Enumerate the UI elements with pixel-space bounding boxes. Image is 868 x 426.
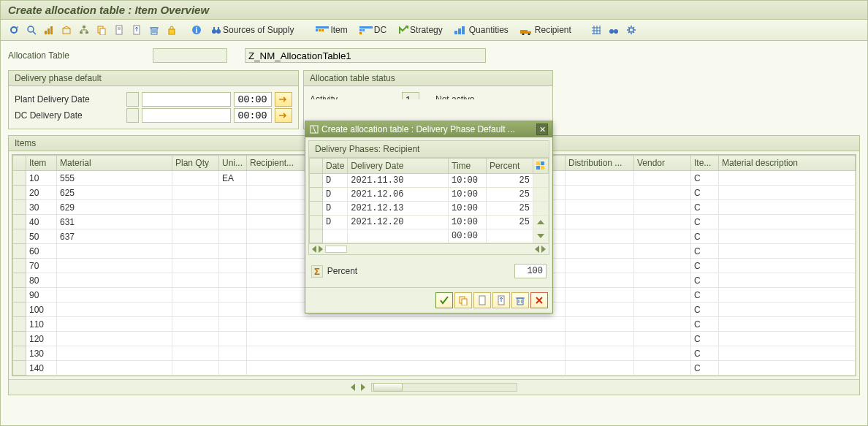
- allocation-table-desc-input[interactable]: [245, 48, 486, 63]
- svg-rect-55: [517, 298, 523, 305]
- svg-rect-8: [80, 31, 83, 34]
- dialog-copy-button[interactable]: [454, 292, 472, 308]
- items-column-header[interactable]: Plan Qty: [172, 156, 219, 171]
- dialog-delete-button[interactable]: [511, 292, 529, 308]
- recipient-label: Recipient: [535, 25, 571, 35]
- svg-rect-38: [462, 26, 465, 34]
- delete-icon[interactable]: [147, 23, 161, 37]
- quantities-icon: [454, 25, 468, 35]
- items-column-header[interactable]: Distribution ...: [566, 156, 634, 171]
- dialog-table-row[interactable]: D2021.11.3010:0025: [310, 174, 549, 188]
- find-icon[interactable]: [24, 23, 39, 37]
- dialog-column-header[interactable]: [310, 159, 323, 174]
- dialog-scroll-left2-icon[interactable]: [535, 246, 539, 253]
- plant-delivery-date-label: Plant Delivery Date: [15, 94, 123, 104]
- dialog-column-header[interactable]: Percent: [487, 159, 533, 174]
- items-scrollbar[interactable]: [371, 383, 517, 392]
- dialog-append-button[interactable]: [492, 292, 510, 308]
- items-scroll-right-icon[interactable]: [361, 384, 365, 391]
- plant-time-input[interactable]: [234, 92, 272, 107]
- hierarchy-icon[interactable]: [77, 23, 91, 37]
- dc-date-details-button[interactable]: [275, 108, 292, 123]
- allocation-table-input[interactable]: [153, 48, 227, 63]
- dc-delivery-date-label: DC Delivery Date: [15, 110, 123, 121]
- dialog-column-header[interactable]: Time: [449, 159, 487, 174]
- binoculars-icon[interactable]: [606, 23, 621, 37]
- activity-code-input[interactable]: [402, 92, 419, 99]
- dialog-table-config-button[interactable]: [533, 159, 549, 174]
- items-column-header[interactable]: Vendor: [634, 156, 691, 171]
- dc-time-input[interactable]: [234, 108, 272, 123]
- plant-date-details-button[interactable]: [275, 92, 292, 107]
- strategy-button[interactable]: Strategy: [394, 23, 447, 37]
- svg-rect-35: [359, 32, 362, 34]
- dialog-table-row[interactable]: D2021.12.1310:0025: [310, 202, 549, 216]
- dc-icon: [359, 25, 373, 35]
- document-icon[interactable]: [112, 23, 126, 37]
- items-column-header[interactable]: [13, 156, 26, 171]
- table-row[interactable]: 140C: [13, 361, 856, 376]
- stock-icon[interactable]: [59, 23, 74, 37]
- percent-label: Percent: [327, 266, 357, 276]
- dialog-scroll-right-icon[interactable]: [319, 246, 323, 253]
- delivery-panel-title: Delivery phase default: [9, 71, 298, 86]
- copy-icon[interactable]: [94, 23, 109, 37]
- svg-rect-31: [321, 29, 324, 31]
- recipient-icon: [520, 25, 533, 35]
- item-icon: [316, 25, 329, 35]
- sigma-icon: Σ: [311, 265, 323, 278]
- svg-rect-39: [520, 30, 528, 34]
- dialog-close-button[interactable]: ✕: [536, 123, 548, 135]
- items-column-header[interactable]: Ite...: [691, 156, 719, 171]
- svg-point-45: [629, 28, 633, 32]
- dialog-scroll-thumb[interactable]: [325, 246, 347, 253]
- delivery-phase-default-panel: Delivery phase default Plant Delivery Da…: [8, 70, 299, 129]
- dialog-table-row[interactable]: D2021.12.2010:0025: [310, 216, 549, 229]
- dc-label: DC: [374, 25, 387, 35]
- items-scroll-left-icon[interactable]: [351, 384, 355, 391]
- dialog-scroll-down-icon[interactable]: [537, 234, 544, 238]
- settings-icon[interactable]: [624, 23, 639, 37]
- dialog-accept-button[interactable]: [435, 292, 453, 308]
- dc-date-input[interactable]: [142, 108, 230, 123]
- items-column-header[interactable]: Material: [57, 156, 172, 171]
- dialog-subtitle: Delivery Phases: Recipient: [308, 140, 549, 157]
- dialog-table-row[interactable]: 00:00: [310, 229, 549, 243]
- svg-rect-34: [362, 29, 365, 31]
- dialog-scroll-left-icon[interactable]: [312, 246, 316, 253]
- table-row[interactable]: 120C: [13, 332, 856, 346]
- dc-button[interactable]: DC: [355, 23, 391, 37]
- refresh-icon[interactable]: [7, 23, 21, 37]
- dialog-table-row[interactable]: D2021.12.0610:0025: [310, 188, 549, 202]
- items-column-header[interactable]: Material description: [719, 156, 856, 171]
- dialog-scroll-up-icon[interactable]: [537, 220, 544, 224]
- recipient-button[interactable]: Recipient: [516, 23, 576, 37]
- delivery-phases-table[interactable]: DateDelivery DateTimePercent D2021.11.30…: [309, 158, 549, 243]
- plant-date-help-button[interactable]: [126, 92, 139, 107]
- dialog-column-header[interactable]: Delivery Date: [348, 159, 449, 174]
- quantities-button[interactable]: Quantities: [450, 23, 513, 37]
- plant-date-input[interactable]: [142, 92, 230, 107]
- dialog-new-button[interactable]: [473, 292, 491, 308]
- svg-rect-6: [63, 28, 70, 34]
- svg-rect-50: [541, 166, 544, 170]
- info-icon[interactable]: i: [189, 23, 204, 37]
- table-row[interactable]: 110C: [13, 317, 856, 332]
- dialog-cancel-button[interactable]: [530, 292, 548, 308]
- lock-icon[interactable]: [164, 23, 179, 37]
- dialog-column-header[interactable]: Date: [323, 159, 348, 174]
- grid-icon[interactable]: [589, 23, 604, 37]
- items-column-header[interactable]: Uni...: [219, 156, 247, 171]
- binoculars-icon: [211, 25, 221, 35]
- dc-date-help-button[interactable]: [126, 108, 139, 123]
- export-icon[interactable]: [129, 23, 144, 37]
- item-button[interactable]: Item: [311, 23, 351, 37]
- sources-of-supply-button[interactable]: Sources of Supply: [207, 23, 298, 37]
- items-column-header[interactable]: Item: [26, 156, 57, 171]
- bar-chart-icon[interactable]: [42, 23, 56, 37]
- svg-rect-12: [116, 26, 122, 34]
- dialog-scroll-right2-icon[interactable]: [541, 246, 546, 253]
- table-row[interactable]: 130C: [13, 346, 856, 361]
- svg-rect-52: [462, 299, 467, 305]
- svg-rect-4: [47, 28, 50, 34]
